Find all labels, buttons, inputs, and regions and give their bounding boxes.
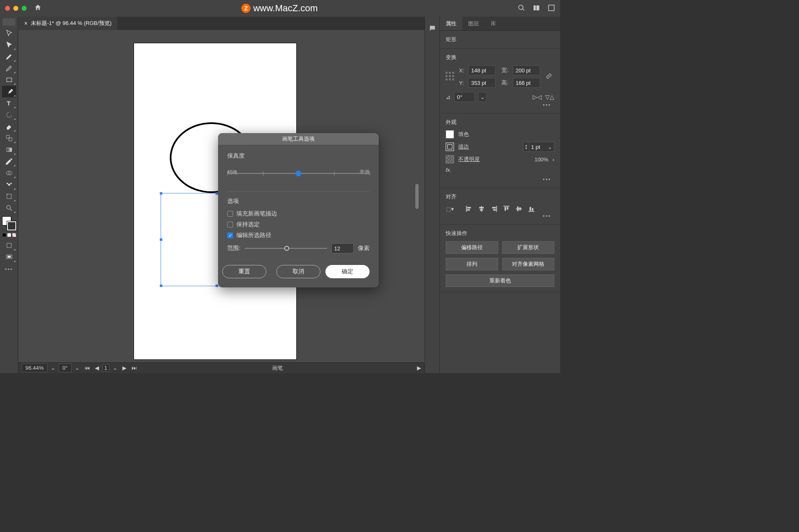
workspace-icon[interactable] [548, 4, 555, 13]
w-input[interactable] [513, 65, 540, 75]
status-play-icon[interactable]: ▶ [417, 365, 421, 371]
reference-point[interactable] [446, 72, 455, 81]
edit-toolbar[interactable]: ••• [0, 266, 18, 272]
link-wh-icon[interactable] [546, 73, 552, 80]
scale-tool[interactable] [2, 132, 16, 144]
checkbox-fill[interactable] [227, 211, 233, 217]
stroke-swatch[interactable] [7, 221, 16, 230]
checkbox-keep[interactable] [227, 222, 233, 228]
align-top-icon[interactable] [502, 205, 511, 213]
align-right-icon[interactable] [490, 205, 498, 213]
opacity-label[interactable]: 不透明度 [458, 156, 480, 163]
flip-horizontal-icon[interactable]: ▷◁ [533, 94, 542, 100]
draw-mode[interactable] [2, 240, 16, 251]
recolor-button[interactable]: 重新着色 [446, 275, 554, 287]
align-bottom-icon[interactable] [527, 205, 536, 213]
rotate-tool[interactable] [2, 109, 16, 121]
opacity-value[interactable]: 100% [534, 156, 548, 163]
screen-mode[interactable] [2, 251, 16, 263]
align-to-icon[interactable]: ⬚▾ [446, 205, 454, 213]
document-tab[interactable]: × 未标题-1* @ 96.44 % (RGB/预览) [18, 17, 117, 30]
rectangle-tool[interactable] [2, 74, 16, 86]
artboard-dropdown-icon[interactable]: ⌄ [111, 365, 119, 371]
selection-tool[interactable] [2, 27, 16, 39]
rotation-dropdown-icon[interactable]: ⌄ [75, 365, 79, 371]
align-left-icon[interactable] [465, 205, 473, 213]
pen-tool[interactable] [2, 51, 16, 62]
artboard-number[interactable]: 1 [102, 364, 109, 371]
zoom-field[interactable]: 96.44% [22, 364, 47, 372]
arrange-button[interactable]: 排列 [446, 258, 498, 270]
fill-stroke-swatches[interactable] [2, 216, 16, 230]
minimize-window-button[interactable] [13, 6, 18, 11]
range-slider[interactable] [245, 248, 327, 249]
color-mode-gradient[interactable] [7, 233, 11, 237]
eraser-tool[interactable] [2, 121, 16, 132]
last-artboard-icon[interactable]: ⏭ [130, 365, 139, 371]
tab-libraries[interactable]: 库 [485, 17, 502, 30]
home-icon[interactable] [34, 4, 42, 13]
paintbrush-tool[interactable] [2, 86, 16, 97]
arrange-docs-icon[interactable] [533, 4, 540, 13]
handle-lm[interactable] [160, 238, 162, 241]
zoom-tool[interactable] [2, 202, 16, 214]
fidelity-slider[interactable]: 精确 平滑 [227, 169, 370, 186]
tab-properties[interactable]: 属性 [440, 17, 462, 30]
checkbox-edit[interactable]: ✓ [227, 233, 233, 238]
angle-dropdown[interactable]: ⌄ [478, 92, 486, 102]
vertical-scrollbar[interactable] [414, 30, 419, 373]
maximize-window-button[interactable] [22, 6, 27, 11]
color-mode-none[interactable] [12, 233, 16, 237]
color-mode-solid[interactable] [2, 233, 6, 237]
reset-button[interactable]: 重置 [222, 265, 266, 278]
comments-panel-icon[interactable] [427, 23, 437, 33]
expand-shape-button[interactable]: 扩展形状 [502, 241, 555, 254]
rotation-field[interactable]: 0° [59, 364, 71, 372]
opacity-swatch-box[interactable] [446, 155, 454, 163]
next-artboard-icon[interactable]: ▶ [121, 365, 128, 371]
fx-label[interactable]: fx. [446, 167, 452, 173]
first-artboard-icon[interactable]: ⏮ [83, 365, 92, 371]
curvature-tool[interactable] [2, 62, 16, 74]
gradient-tool[interactable] [2, 144, 16, 156]
canvas[interactable]: 画笔工具选项 保真度 精确 平滑 [18, 30, 424, 373]
scrollbar-thumb[interactable] [415, 184, 419, 209]
cancel-button[interactable]: 取消 [276, 265, 320, 278]
cb-edit-row[interactable]: ✓ 编辑所选路径 [227, 232, 370, 239]
artboard-tool[interactable] [2, 191, 16, 202]
stroke-weight[interactable]: ▲▼ ⌄ [523, 142, 554, 152]
range-thumb[interactable] [284, 246, 289, 251]
zoom-dropdown-icon[interactable]: ⌄ [51, 365, 55, 371]
align-more[interactable]: ••• [446, 213, 554, 219]
fill-swatch-box[interactable] [446, 130, 454, 139]
offset-path-button[interactable]: 偏移路径 [446, 241, 498, 254]
cb-keep-row[interactable]: 保持选定 [227, 221, 370, 228]
appearance-more[interactable]: ••• [446, 176, 554, 183]
direct-selection-tool[interactable] [2, 39, 16, 51]
slider-thumb[interactable] [295, 171, 301, 176]
pixel-align-button[interactable]: 对齐像素网格 [502, 258, 555, 270]
shape-builder-tool[interactable] [2, 167, 16, 179]
angle-input[interactable] [454, 92, 475, 102]
align-hcenter-icon[interactable] [477, 205, 486, 213]
prev-artboard-icon[interactable]: ◀ [93, 365, 101, 371]
type-tool[interactable]: T [2, 97, 16, 109]
close-window-button[interactable] [5, 6, 10, 11]
stroke-weight-input[interactable] [529, 144, 546, 150]
close-tab-icon[interactable]: × [24, 20, 27, 27]
stroke-swatch-box[interactable] [446, 143, 454, 151]
opacity-expand-icon[interactable]: › [553, 156, 554, 163]
eyedropper-tool[interactable] [2, 156, 16, 167]
align-vcenter-icon[interactable] [515, 205, 523, 213]
toolbar-handle[interactable] [2, 18, 15, 26]
stroke-label[interactable]: 描边 [458, 143, 469, 151]
x-input[interactable] [468, 65, 496, 75]
symbol-tool[interactable] [2, 179, 16, 191]
handle-bl[interactable] [160, 285, 162, 287]
h-input[interactable] [513, 78, 540, 88]
transform-more[interactable]: ••• [446, 102, 554, 108]
ok-button[interactable]: 确定 [325, 265, 370, 278]
handle-tl[interactable] [160, 192, 162, 195]
search-icon[interactable] [518, 4, 525, 13]
range-input[interactable] [331, 243, 354, 253]
